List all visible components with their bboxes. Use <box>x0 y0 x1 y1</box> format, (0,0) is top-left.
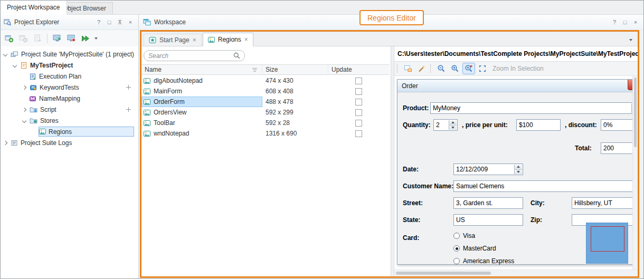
mastercard-radio: MasterCard <box>453 245 496 252</box>
table-row[interactable]: OrdersView 592 x 299 <box>141 107 390 118</box>
region-name: MainForm <box>154 88 182 95</box>
add-new-project-button[interactable] <box>2 32 16 45</box>
pin-button[interactable]: ⊼ <box>116 18 124 26</box>
update-checkbox[interactable] <box>355 120 362 127</box>
toolbar-grip[interactable] <box>397 64 398 73</box>
workspace-title: Workspace <box>154 18 186 26</box>
region-name: ToolBar <box>154 119 175 127</box>
add-new-item-button[interactable] <box>16 32 30 45</box>
regions-icon <box>39 128 46 135</box>
tree-item-label: Project Suite 'MyProjectSuite' (1 projec… <box>21 51 134 58</box>
magic-wand-button[interactable] <box>415 63 428 74</box>
panel-splitter[interactable] <box>391 46 394 276</box>
image-preview[interactable]: Order × Product: MyMoney Quantity: 2 , p… <box>394 76 632 270</box>
column-label: Name <box>145 66 162 73</box>
capture-region-button[interactable] <box>402 63 414 74</box>
chevron-down-icon[interactable] <box>3 52 7 56</box>
vertical-scrollbar[interactable] <box>632 76 638 270</box>
search-input[interactable]: Search <box>144 50 245 61</box>
name-mapping-icon <box>29 95 36 102</box>
table-row[interactable]: dlgAboutNotepad 474 x 430 <box>141 75 390 86</box>
visa-radio: Visa <box>453 232 475 239</box>
region-name: dlgAboutNotepad <box>154 77 203 84</box>
table-row[interactable]: wndNotepad 1316 x 690 <box>141 128 390 139</box>
tree-item-mytestproject[interactable]: MyTestProject <box>0 60 138 71</box>
tree-item-execution-plan[interactable]: Execution Plan <box>0 71 138 82</box>
help-button[interactable]: ? <box>610 18 619 26</box>
regions-table: dlgAboutNotepad 474 x 430 MainForm 608 x… <box>141 75 390 139</box>
close-button[interactable]: × <box>126 18 135 26</box>
tree-item-label: KeywordTests <box>40 84 79 91</box>
column-header-size[interactable]: Size <box>262 65 328 74</box>
update-images-button[interactable] <box>50 32 64 45</box>
fit-to-screen-icon <box>478 64 487 73</box>
state-label: State: <box>403 216 420 224</box>
maximize-button[interactable]: □ <box>621 18 629 26</box>
update-checkbox[interactable] <box>355 99 362 105</box>
close-tab-icon[interactable]: × <box>244 36 248 43</box>
regions-editor-area: Start Page × Regions × Search Name Siz <box>140 30 639 278</box>
export-project-button[interactable] <box>31 32 44 45</box>
column-header-update[interactable]: Update <box>328 65 390 74</box>
tab-start-page[interactable]: Start Page × <box>144 34 202 46</box>
add-script-button[interactable] <box>126 107 131 112</box>
magic-wand-icon <box>418 64 426 73</box>
close-tab-icon[interactable]: × <box>193 37 196 43</box>
start-page-icon <box>149 36 156 44</box>
card-label: Card: <box>403 234 419 242</box>
zoom-selection-button[interactable] <box>462 63 475 74</box>
regions-list-panel: Search Name Size Update dlgAboutNotepad … <box>141 46 391 276</box>
chevron-right-icon[interactable] <box>22 85 26 89</box>
update-checkbox[interactable] <box>355 130 362 137</box>
chevron-down-icon[interactable] <box>13 63 17 67</box>
region-selection-overlay[interactable] <box>586 223 628 264</box>
tab-project-workspace[interactable]: Project Workspace <box>0 0 67 15</box>
tree-selection[interactable]: Regions <box>39 127 134 137</box>
chevron-right-icon[interactable] <box>22 107 26 111</box>
sort-icon <box>252 68 258 72</box>
run-options-dropdown-icon[interactable] <box>94 37 98 40</box>
update-checkbox[interactable] <box>355 88 362 95</box>
maximize-button[interactable]: □ <box>105 18 113 26</box>
zoom-in-button[interactable] <box>449 63 461 74</box>
update-checkbox[interactable] <box>355 78 362 84</box>
product-label: Product: <box>403 104 429 112</box>
help-button[interactable]: ? <box>94 18 103 26</box>
vertical-scrollbar-thumb[interactable] <box>634 78 637 147</box>
tab-list-dropdown-icon[interactable] <box>629 39 632 41</box>
radio-icon <box>453 258 460 264</box>
chevron-right-icon[interactable] <box>3 140 7 145</box>
tree-item-stores[interactable]: Stores <box>0 115 138 126</box>
tree-item-namemapping[interactable]: NameMapping <box>0 93 138 104</box>
table-row[interactable]: ToolBar 592 x 28 <box>141 118 390 128</box>
tree-item-project-suite[interactable]: Project Suite 'MyProjectSuite' (1 projec… <box>0 49 138 60</box>
horizontal-scrollbar[interactable] <box>394 270 638 276</box>
add-keyword-test-button[interactable] <box>126 85 131 90</box>
tree-item-keywordtests[interactable]: KeywordTests <box>0 82 138 93</box>
record-test-button[interactable] <box>64 32 78 45</box>
fit-to-screen-button[interactable] <box>476 63 489 74</box>
workspace-icon <box>143 18 151 26</box>
tree-item-script[interactable]: Script <box>0 104 138 115</box>
table-row[interactable]: MainForm 608 x 408 <box>141 86 390 97</box>
script-folder-icon <box>30 106 37 113</box>
toolbar-separator <box>430 64 431 73</box>
update-checkbox[interactable] <box>355 109 362 116</box>
chevron-down-icon[interactable] <box>22 118 26 122</box>
run-project-button[interactable] <box>79 32 92 45</box>
project-explorer-header: Project Explorer ? □ ⊼ × <box>0 15 138 30</box>
close-button[interactable]: × <box>631 18 640 26</box>
column-header-name[interactable]: Name <box>141 65 262 74</box>
tree-item-label: Script <box>40 106 56 113</box>
tree-item-regions[interactable]: Regions <box>0 126 138 137</box>
total-field: 200 <box>601 142 632 154</box>
horizontal-scrollbar-thumb[interactable] <box>396 272 491 275</box>
tab-regions[interactable]: Regions × <box>203 33 253 46</box>
table-row-selected[interactable]: OrderForm 488 x 478 <box>141 97 390 107</box>
annotation-regions-editor: Regions Editor <box>359 10 424 25</box>
search-placeholder: Search <box>148 52 233 60</box>
zoom-out-button[interactable] <box>435 63 448 74</box>
tree-item-label: Stores <box>40 117 59 124</box>
region-image-icon <box>144 99 150 105</box>
tree-item-project-suite-logs[interactable]: Project Suite Logs <box>0 137 138 148</box>
